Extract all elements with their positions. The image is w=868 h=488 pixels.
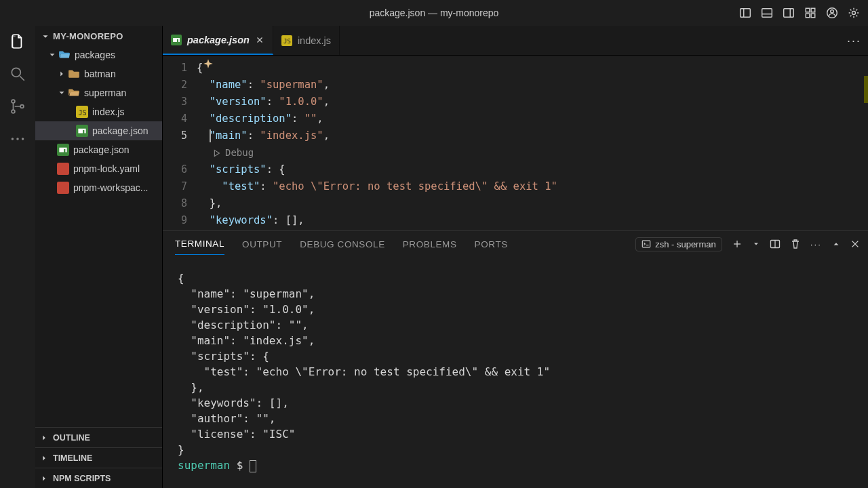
tree-file-pnpmworkspace[interactable]: pnpm-workspac...	[35, 178, 162, 197]
panel-tab-problems[interactable]: PROBLEMS	[403, 239, 457, 249]
code-editor[interactable]: 1 2 3 4 5 6 7 8 9 { "name": "superman", …	[163, 56, 868, 230]
npm-scripts-section[interactable]: NPM SCRIPTS	[35, 468, 162, 488]
npm-file-icon	[76, 125, 88, 137]
panel-tab-debug[interactable]: DEBUG CONSOLE	[300, 239, 385, 249]
terminal-icon	[642, 239, 651, 249]
tree-folder-batman[interactable]: batman	[35, 64, 162, 83]
terminal-shell-selector[interactable]: zsh - superman	[635, 237, 722, 251]
yaml-file-icon	[57, 182, 69, 194]
svg-point-19	[16, 138, 18, 140]
panel-tab-terminal[interactable]: TERMINAL	[175, 239, 224, 255]
svg-point-15	[12, 100, 15, 103]
tab-packagejson[interactable]: package.json	[163, 26, 273, 55]
layout-sidebar-left-icon[interactable]	[739, 7, 751, 19]
svg-rect-25	[57, 163, 69, 175]
svg-rect-4	[784, 9, 794, 17]
svg-text:JS: JS	[283, 38, 291, 45]
svg-line-14	[20, 76, 24, 81]
svg-point-16	[12, 110, 15, 113]
play-icon	[212, 148, 221, 158]
layout-panel-icon[interactable]	[761, 7, 773, 19]
title-bar: package.json — my-monorepo	[0, 0, 868, 26]
more-icon[interactable]: ···	[810, 239, 822, 249]
tab-overflow-icon[interactable]: ···	[847, 33, 861, 47]
search-icon[interactable]	[9, 65, 26, 83]
panel-tab-output[interactable]: OUTPUT	[242, 239, 282, 249]
chevron-up-icon[interactable]	[831, 239, 841, 249]
chevron-down-icon	[47, 50, 57, 60]
svg-text:JS: JS	[78, 109, 86, 117]
layout-sidebar-right-icon[interactable]	[783, 7, 795, 19]
trash-icon[interactable]	[790, 239, 801, 249]
close-icon[interactable]	[850, 239, 860, 249]
folder-icon	[68, 68, 80, 80]
timeline-section[interactable]: TIMELINE	[35, 447, 162, 468]
tree-folder-packages[interactable]: packages	[35, 45, 162, 64]
tree-file-pnpmlock[interactable]: pnpm-lock.yaml	[35, 159, 162, 178]
explorer-header[interactable]: MY-MONOREPO	[35, 26, 162, 45]
more-icon[interactable]	[9, 130, 26, 148]
svg-point-20	[22, 138, 24, 140]
chevron-down-icon[interactable]	[752, 240, 760, 248]
activity-bar	[0, 26, 35, 488]
source-control-icon[interactable]	[9, 98, 26, 115]
chevron-down-icon	[41, 32, 50, 41]
terminal-prompt[interactable]: superman $	[178, 458, 868, 473]
account-icon[interactable]	[826, 7, 838, 19]
tree-file-indexjs[interactable]: JS index.js	[35, 102, 162, 121]
tree-file-root-packagejson[interactable]: package.json	[35, 140, 162, 159]
svg-point-18	[12, 138, 14, 140]
tree-file-packagejson[interactable]: package.json	[35, 121, 162, 140]
line-gutter: 1 2 3 4 5 6 7 8 9	[163, 56, 197, 230]
svg-rect-8	[806, 14, 810, 18]
tab-indexjs[interactable]: JS index.js	[273, 26, 340, 55]
chevron-down-icon	[57, 88, 66, 98]
sparkle-icon	[202, 58, 214, 70]
code-content[interactable]: { "name": "superman", "version": "1.0.0"…	[197, 56, 868, 230]
debug-code-lens[interactable]: Debug	[197, 144, 868, 161]
minimap[interactable]	[859, 56, 868, 230]
chevron-right-icon	[39, 453, 49, 463]
chevron-right-icon	[57, 69, 66, 79]
chevron-right-icon	[39, 433, 49, 443]
explorer-sidebar: MY-MONOREPO packages batman superman JS …	[35, 26, 163, 488]
svg-rect-0	[741, 9, 751, 17]
close-icon[interactable]	[255, 35, 264, 45]
chevron-right-icon	[39, 474, 49, 483]
folder-open-icon	[68, 87, 80, 99]
editor-tabs: package.json JS index.js ···	[163, 26, 868, 56]
svg-rect-26	[57, 182, 69, 194]
split-icon[interactable]	[770, 239, 781, 249]
window-title: package.json — my-monorepo	[370, 7, 499, 18]
svg-rect-2	[762, 9, 772, 17]
explorer-icon[interactable]	[9, 33, 26, 50]
terminal-output[interactable]: { "name": "superman", "version": "1.0.0"…	[163, 257, 868, 488]
svg-point-13	[12, 68, 20, 77]
yaml-file-icon	[57, 163, 69, 175]
svg-point-11	[831, 10, 834, 14]
npm-file-icon	[57, 144, 69, 156]
panel-tab-ports[interactable]: PORTS	[475, 239, 508, 249]
js-file-icon: JS	[76, 106, 88, 118]
js-file-icon: JS	[281, 35, 292, 46]
plus-icon[interactable]	[732, 239, 743, 249]
tree-folder-superman[interactable]: superman	[35, 83, 162, 102]
settings-gear-icon[interactable]	[848, 7, 860, 19]
bottom-panel: TERMINAL OUTPUT DEBUG CONSOLE PROBLEMS P…	[163, 230, 868, 488]
folder-open-icon	[58, 49, 71, 61]
svg-rect-6	[806, 8, 810, 12]
svg-point-12	[852, 12, 856, 15]
svg-rect-9	[811, 14, 815, 18]
layout-grid-icon[interactable]	[804, 7, 816, 19]
outline-section[interactable]: OUTLINE	[35, 427, 162, 447]
npm-file-icon	[171, 35, 182, 45]
svg-rect-32	[642, 241, 650, 247]
svg-rect-7	[811, 8, 815, 12]
svg-point-17	[20, 105, 24, 108]
